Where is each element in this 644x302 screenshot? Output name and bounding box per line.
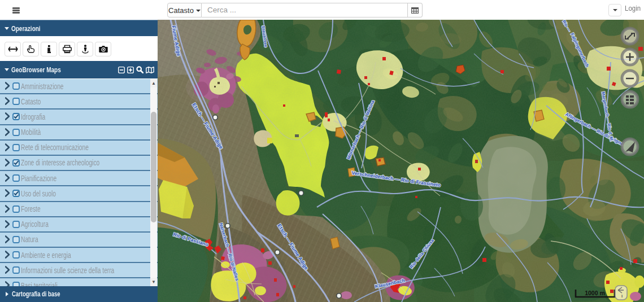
svg-text:1000 m: 1000 m [585, 290, 605, 296]
svg-text:i: i [621, 294, 623, 299]
